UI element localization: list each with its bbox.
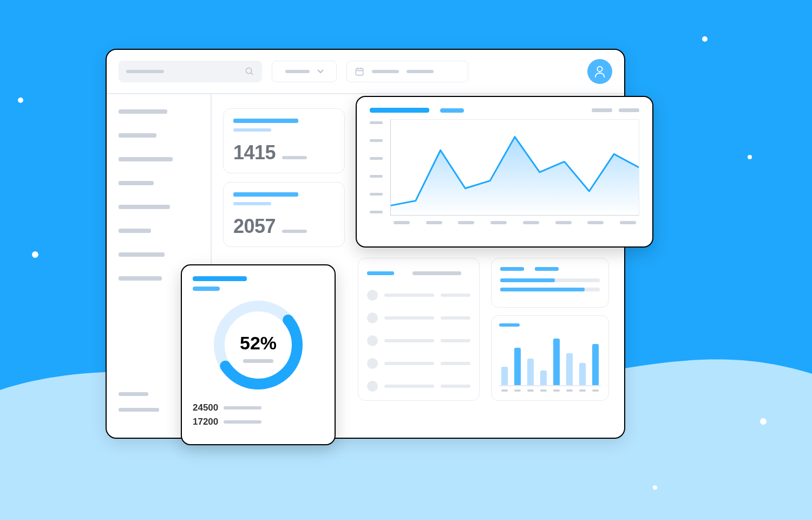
kpi-title (233, 119, 298, 123)
calendar-icon (355, 67, 364, 76)
donut-stat: 17200 (193, 417, 324, 427)
list-item[interactable] (367, 381, 470, 392)
kpi-card-1: 1415 (223, 108, 345, 173)
bar-chart-panel (491, 315, 609, 401)
bar (566, 353, 573, 385)
avatar-dot (367, 358, 378, 369)
line-chart-title (370, 108, 429, 113)
stat-value: 24500 (193, 402, 218, 413)
search-icon (245, 67, 254, 76)
list-item-meta (441, 316, 470, 320)
kpi-title (233, 192, 298, 197)
sidebar-item[interactable] (119, 276, 162, 281)
list-item-text (384, 339, 434, 342)
avatar-dot (367, 313, 378, 323)
progress-header (500, 267, 600, 271)
svg-point-12 (597, 67, 602, 72)
line-chart-plot (390, 119, 639, 216)
donut-title (193, 276, 247, 281)
svg-line-7 (251, 73, 253, 75)
sidebar-item[interactable] (119, 392, 148, 396)
bar (592, 344, 599, 385)
svg-rect-8 (356, 69, 363, 75)
profile-button[interactable] (587, 59, 612, 84)
stat-value: 17200 (193, 417, 218, 427)
line-chart-card (356, 96, 653, 248)
svg-point-6 (246, 68, 252, 74)
list-item-meta (441, 385, 470, 388)
list-item-text (384, 362, 434, 365)
list-item-meta (441, 362, 470, 365)
svg-point-1 (18, 98, 23, 103)
bar (540, 370, 547, 385)
donut-header (193, 276, 324, 291)
progress-panel (491, 258, 609, 308)
list-header (367, 268, 470, 278)
sidebar-item[interactable] (119, 252, 165, 257)
line-chart-legend (592, 108, 639, 112)
list-item[interactable] (367, 313, 470, 323)
sidebar-item[interactable] (119, 408, 159, 412)
list-item[interactable] (367, 358, 470, 369)
donut-stat: 24500 (193, 402, 324, 413)
chevron-down-icon (317, 69, 324, 74)
search-input[interactable] (119, 61, 262, 82)
svg-point-3 (32, 251, 38, 258)
x-axis-ticks (370, 221, 639, 224)
donut-percent: 52% (240, 333, 277, 354)
avatar-dot (367, 290, 378, 301)
kpi-subtitle (233, 202, 271, 205)
sidebar-item[interactable] (119, 157, 173, 161)
bar (514, 348, 521, 385)
svg-point-4 (760, 418, 767, 425)
donut-chart: 52% (193, 296, 324, 399)
svg-point-2 (748, 155, 752, 159)
kpi-unit (282, 156, 307, 159)
avatar-dot (367, 335, 378, 346)
sidebar-item[interactable] (119, 133, 156, 138)
list-item[interactable] (367, 290, 470, 301)
kpi-value: 1415 (233, 141, 276, 164)
user-icon (594, 65, 606, 78)
kpi-subtitle (233, 128, 271, 132)
bar (579, 363, 586, 385)
sidebar-item[interactable] (119, 109, 167, 114)
donut-label (243, 359, 273, 363)
bar-chart-title (499, 323, 520, 327)
divider-horizontal (107, 93, 624, 94)
kpi-unit (282, 230, 307, 233)
bar-chart-x-axis (499, 389, 601, 392)
donut-card: 52% 2450017200 (181, 264, 336, 445)
line-chart-header (370, 108, 639, 113)
search-placeholder (126, 70, 164, 73)
list-item-text (384, 316, 434, 320)
kpi-value: 2057 (233, 215, 276, 238)
sidebar-item[interactable] (119, 181, 154, 185)
date-range-picker[interactable] (346, 61, 468, 82)
list-item-meta (441, 294, 470, 297)
date-from (372, 70, 399, 73)
sidebar-item[interactable] (119, 229, 151, 233)
list-item-meta (441, 339, 470, 342)
stat-label (224, 406, 261, 410)
kpi-card-2: 2057 (223, 182, 345, 247)
date-to (407, 70, 434, 73)
progress-bar (500, 288, 600, 291)
list-item-text (384, 294, 434, 297)
bar-chart (499, 332, 601, 386)
list-item[interactable] (367, 335, 470, 346)
y-axis-ticks (370, 119, 383, 216)
stat-label (224, 420, 261, 424)
topbar (107, 50, 624, 93)
bar (501, 367, 508, 385)
list-item-text (384, 385, 434, 388)
bar (527, 359, 534, 385)
filter-dropdown[interactable] (272, 61, 337, 82)
donut-subtitle (193, 287, 220, 291)
svg-point-0 (702, 36, 708, 42)
line-chart-subtitle (440, 108, 464, 113)
bar (553, 339, 560, 385)
dropdown-value (285, 70, 310, 73)
activity-list-panel (358, 258, 480, 401)
sidebar-item[interactable] (119, 205, 170, 209)
